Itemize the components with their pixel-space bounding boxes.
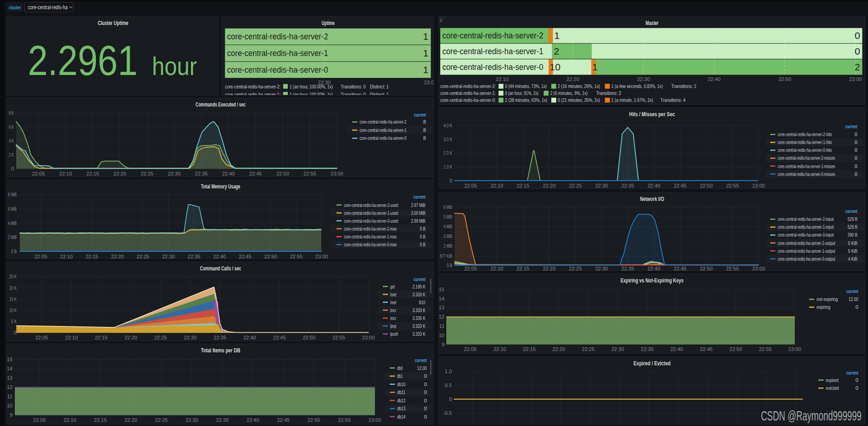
svg-text:Distinct: 1: Distinct: 1 [370,92,389,96]
svg-text:2.99 MiB: 2.99 MiB [411,218,425,224]
svg-text:3.335 K: 3.335 K [412,315,425,321]
svg-text:5 KiB: 5 KiB [848,240,857,246]
svg-text:22:30: 22:30 [168,171,181,176]
svg-text:core-central-redis-ha-server-2: core-central-redis-ha-server-2-max [344,226,397,232]
svg-text:current: current [415,357,427,363]
svg-text:22:35: 22:35 [195,171,208,176]
svg-text:Cluster Uptime: Cluster Uptime [98,20,128,26]
svg-text:810: 810 [419,300,425,305]
svg-text:9: 9 [10,412,13,418]
svg-text:core-central-redis-ha-server-0: core-central-redis-ha-server-0-output [778,256,835,262]
svg-text:12.00: 12.00 [849,296,858,302]
svg-text:core-central-redis-ha-server-1: core-central-redis-ha-server-1-hits [778,139,832,145]
svg-text:25 K: 25 K [9,274,17,279]
svg-text:22:15: 22:15 [517,266,530,271]
svg-text:current: current [413,276,425,282]
svg-text:22:35: 22:35 [621,266,634,271]
svg-text:10: 10 [7,403,13,408]
svg-text:current: current [414,112,426,118]
svg-text:23:00: 23:00 [368,417,381,423]
svg-text:2.0 K: 2.0 K [444,150,452,156]
svg-text:db12: db12 [397,398,405,403]
svg-text:current: current [846,370,858,376]
svg-text:22:55: 22:55 [338,417,351,423]
svg-text:core-central-redis-ha-server-1: core-central-redis-ha-server-1-misses [778,163,835,169]
svg-text:22:55: 22:55 [290,254,303,259]
svg-text:22:40: 22:40 [647,266,660,271]
svg-text:core-central-redis-ha-server-1: core-central-redis-ha-server-1 [443,46,544,56]
svg-text:3.333 K: 3.333 K [412,323,425,329]
svg-text:22:40: 22:40 [647,183,660,188]
svg-text:1.0: 1.0 [445,369,452,374]
svg-text:core-central-redis-ha-server-1: core-central-redis-ha-server-1-input [778,224,834,230]
svg-text:2 MiB: 2 MiB [8,234,17,240]
svg-text:22:55: 22:55 [726,183,739,188]
svg-text:2: 2 [855,62,860,72]
svg-text:23:00: 23:00 [752,183,765,188]
svg-text:core-central-redis-ha-server-0: core-central-redis-ha-server-0-used [344,218,398,224]
svg-text:1 (a few seconds, 0.83%, 1x): 1 (a few seconds, 0.83%, 1x) [611,83,663,89]
svg-text:8: 8 [423,135,426,141]
svg-text:22:10: 22:10 [490,183,503,188]
svg-text:3.333 K: 3.333 K [412,307,425,313]
svg-text:22:55: 22:55 [304,171,317,176]
svg-text:14: 14 [7,366,13,371]
svg-text:23:00: 23:00 [849,76,862,82]
svg-text:22:15: 22:15 [94,417,107,423]
svg-text:Transitions: 0: Transitions: 0 [341,92,366,96]
svg-text:22:35: 22:35 [214,335,227,340]
svg-text:22:20: 22:20 [566,76,579,82]
svg-text:0: 0 [855,163,857,169]
svg-text:22:30: 22:30 [184,335,197,340]
svg-text:22:05: 22:05 [464,346,477,352]
svg-text:Distinct: 1: Distinct: 1 [370,84,389,89]
svg-text:22:35: 22:35 [188,254,201,259]
svg-text:Master: Master [646,20,659,26]
svg-text:core-central-redis-ha-server-0: core-central-redis-ha-server-0: [440,97,496,103]
svg-text:Transitions: 0: Transitions: 0 [341,84,366,89]
svg-text:22:40: 22:40 [670,346,683,352]
svg-text:incr: incr [390,307,396,313]
svg-text:5 KiB: 5 KiB [848,248,857,254]
svg-text:22:15: 22:15 [86,171,99,176]
svg-text:22:25: 22:25 [569,183,582,188]
svg-text:22:10: 22:10 [65,335,78,340]
svg-text:14: 14 [439,296,444,301]
svg-text:core-central-redis-ha-server-0: core-central-redis-ha-server-0-hits [778,147,832,153]
svg-text:6 MiB: 6 MiB [8,206,17,212]
svg-text:current: current [845,208,857,214]
svg-text:15: 15 [439,287,444,292]
svg-text:529 B: 529 B [848,224,857,230]
svg-text:23:00: 23:00 [330,171,343,176]
svg-text:5 MiB: 5 MiB [444,214,452,219]
svg-text:hour: hour [152,51,197,81]
svg-text:0: 0 [424,389,427,395]
svg-text:0: 0 [855,304,858,310]
svg-text:13: 13 [7,375,13,381]
svg-text:db13: db13 [397,406,405,411]
svg-text:core-central-redis-ha-server-2: core-central-redis-ha-server-2-output [778,240,835,246]
svg-text:22:25: 22:25 [582,346,595,352]
svg-text:22:25: 22:25 [154,335,167,340]
svg-text:db1: db1 [397,373,403,379]
svg-text:10: 10 [550,62,560,72]
svg-text:1: 1 [592,62,598,72]
svg-text:3.333 K: 3.333 K [412,292,425,297]
svg-text:Expired / Evicted: Expired / Evicted [634,360,671,367]
svg-text:22:40: 22:40 [222,171,235,176]
svg-text:22:20: 22:20 [552,346,565,352]
svg-text:10: 10 [439,332,444,338]
svg-text:Transitions: 2: Transitions: 2 [596,90,621,96]
svg-text:2 (6 minutes, 9%, 1x): 2 (6 minutes, 9%, 1x) [550,90,588,96]
svg-text:Uptime: Uptime [322,20,335,26]
svg-text:cluster: cluster [9,5,21,10]
svg-text:15 K: 15 K [9,296,17,302]
svg-text:core-central-redis-ha-server-1: core-central-redis-ha-server-1-max [344,234,397,239]
svg-text:0: 0 [424,414,427,420]
svg-text:22:25: 22:25 [137,254,150,259]
svg-text:529 B: 529 B [848,216,857,222]
svg-text:3.333 K: 3.333 K [412,331,425,337]
svg-text:22:50: 22:50 [700,183,713,188]
svg-text:8 MiB: 8 MiB [8,192,17,197]
svg-text:0: 0 [855,155,857,161]
